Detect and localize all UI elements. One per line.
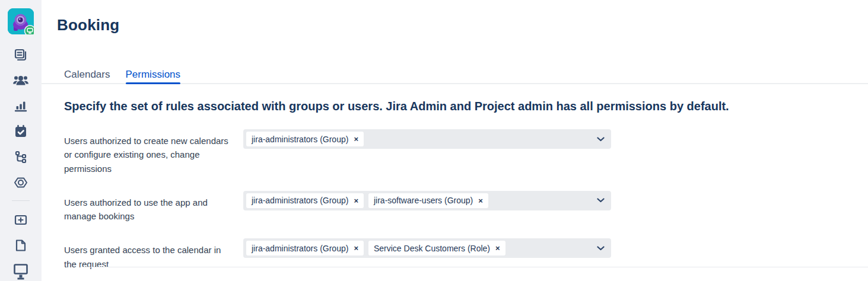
multiselect-create-calendars[interactable]: jira-administrators (Group) × — [243, 129, 611, 149]
pages-icon — [13, 47, 28, 63]
remove-tag-icon[interactable]: × — [354, 135, 358, 143]
sidebar-item-calendar[interactable] — [8, 119, 34, 144]
add-panel-icon — [13, 212, 28, 228]
remove-tag-icon[interactable]: × — [495, 244, 500, 252]
form-row-use-app: Users authorized to use the app and mana… — [64, 191, 611, 223]
selected-tag: Service Desk Customers (Role) × — [368, 241, 505, 256]
sidebar-item-settings[interactable] — [8, 170, 34, 195]
tag-label: jira-administrators (Group) — [252, 244, 348, 253]
tag-label: Service Desk Customers (Role) — [374, 244, 490, 253]
tag-label: jira-software-users (Group) — [374, 196, 473, 205]
tab-calendars[interactable]: Calendars — [64, 69, 110, 83]
tab-permissions[interactable]: Permissions — [126, 69, 181, 83]
remove-tag-icon[interactable]: × — [354, 197, 358, 205]
calendar-check-icon — [13, 124, 28, 139]
selected-tag: jira-administrators (Group) × — [246, 132, 364, 146]
sidebar-divider — [12, 200, 30, 201]
sidebar-item-pages[interactable] — [8, 42, 34, 68]
tag-label: jira-administrators (Group) — [252, 135, 348, 144]
sidebar-item-people[interactable] — [8, 68, 34, 93]
chevron-down-icon[interactable] — [597, 198, 605, 203]
sidebar-item-reports[interactable] — [8, 93, 34, 119]
multiselect-use-app[interactable]: jira-administrators (Group) × jira-softw… — [243, 191, 611, 210]
field-label: Users authorized to use the app and mana… — [64, 191, 243, 223]
selected-tag: jira-administrators (Group) × — [246, 193, 364, 208]
sidebar-item-structure[interactable] — [8, 144, 34, 170]
main-content: Booking Calendars Permissions Specify th… — [42, 0, 868, 281]
sidebar-item-document[interactable] — [8, 232, 34, 258]
people-icon — [12, 73, 29, 88]
sidebar-item-monitor[interactable] — [8, 258, 34, 281]
remove-tag-icon[interactable]: × — [478, 197, 483, 205]
permissions-form: Users authorized to create new calendars… — [64, 129, 611, 281]
selected-tag: jira-administrators (Group) × — [246, 241, 364, 256]
section-heading: Specify the set of rules associated with… — [64, 100, 856, 113]
tab-bar: Calendars Permissions — [42, 69, 868, 84]
tag-label: jira-administrators (Group) — [252, 196, 348, 205]
booking-app-logo[interactable] — [8, 8, 34, 34]
form-row-create-calendars: Users authorized to create new calendars… — [64, 129, 611, 175]
field-label: Users authorized to create new calendars… — [64, 129, 243, 175]
multiselect-calendar-access[interactable]: jira-administrators (Group) × Service De… — [243, 238, 611, 258]
sidebar-item-add-panel[interactable] — [8, 207, 34, 232]
page-title: Booking — [57, 16, 119, 34]
logo-monitor-badge — [25, 25, 34, 34]
chevron-down-icon[interactable] — [597, 246, 605, 251]
form-row-calendar-access: Users granted access to the calendar in … — [64, 238, 611, 271]
bar-chart-icon — [13, 98, 28, 114]
sidebar-nav — [8, 42, 34, 281]
hexagon-settings-icon — [12, 175, 29, 190]
booking-app-logo-icon — [8, 8, 34, 34]
sidebar — [0, 0, 42, 281]
chevron-down-icon[interactable] — [597, 137, 605, 142]
document-icon — [13, 238, 28, 253]
bottom-divider — [83, 267, 868, 267]
remove-tag-icon[interactable]: × — [354, 244, 358, 252]
monitor-icon — [12, 262, 29, 280]
selected-tag: jira-software-users (Group) × — [368, 193, 488, 208]
hierarchy-icon — [13, 149, 28, 165]
field-label: Users granted access to the calendar in … — [64, 238, 243, 271]
